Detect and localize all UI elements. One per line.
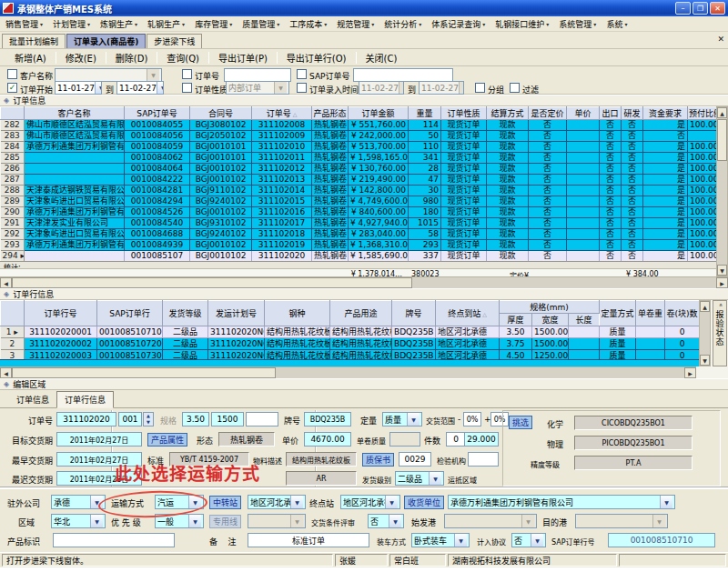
- spec-length-field[interactable]: [246, 412, 278, 426]
- chevron-down-icon[interactable]: ▼: [274, 82, 287, 94]
- document-tab-0[interactable]: 批量计划编制: [2, 34, 66, 48]
- menu-item-11[interactable]: 系统管理▾: [559, 18, 596, 30]
- agreement-select[interactable]: 否▼: [511, 533, 546, 547]
- company-select[interactable]: 承德▼: [51, 495, 106, 509]
- collapse-icon[interactable]: ◈: [4, 96, 9, 105]
- order-line-column-header[interactable]: 定量方式: [600, 301, 636, 326]
- menu-item-0[interactable]: 销售管理▾: [5, 18, 43, 30]
- scroll-right-icon[interactable]: ▶: [716, 277, 728, 288]
- expand-icon[interactable]: «: [716, 303, 723, 306]
- close-icon[interactable]: ✕: [710, 2, 725, 15]
- order-column-header[interactable]: 客户名称: [25, 107, 125, 120]
- scroll-down-icon[interactable]: ▼: [717, 265, 727, 276]
- order-column-header[interactable]: 订单号△: [252, 107, 312, 120]
- order-start-to-date[interactable]: 11-02-27▼: [116, 81, 164, 95]
- order-column-header[interactable]: 资金要求: [643, 107, 688, 120]
- order-line-column-header[interactable]: 牌号: [392, 301, 436, 326]
- menu-item-1[interactable]: 计划管理▾: [53, 18, 90, 30]
- entry-from-date[interactable]: 11-02-27▼: [359, 81, 404, 95]
- order-line-column-header[interactable]: 宽度: [532, 314, 569, 326]
- menu-item-8[interactable]: 统计分析▾: [384, 18, 421, 30]
- transfer-select[interactable]: 地区河北承德▼: [248, 495, 306, 509]
- order-column-header[interactable]: 重量: [409, 107, 441, 120]
- order-line-column-header[interactable]: [1, 301, 25, 326]
- order-no-checkbox[interactable]: [182, 69, 192, 79]
- range-minus-field[interactable]: 0%: [463, 412, 481, 426]
- menu-item-3[interactable]: 轧钢生产▾: [147, 18, 185, 30]
- total-mass-field[interactable]: 29.000: [464, 432, 499, 447]
- order-table-row[interactable]: 290承德万利通集团万利钢管有限0010084526BGJ00101023111…: [1, 207, 717, 218]
- scroll-left-icon[interactable]: ◀: [0, 367, 12, 378]
- order-table-row[interactable]: 294 ▸ 0010085107BGJ0010102311102020热轧钢卷¥…: [1, 251, 717, 262]
- order-table-row[interactable]: 285 0010084062BGJ0010101311102011热轧钢卷¥ 1…: [1, 153, 717, 164]
- scroll-thumb[interactable]: [717, 119, 727, 161]
- scroll-right-icon[interactable]: ▶: [684, 367, 696, 378]
- product-id-input[interactable]: [53, 533, 175, 547]
- chevron-down-icon[interactable]: ▼: [407, 413, 420, 426]
- chevron-down-icon[interactable]: ▼: [429, 472, 441, 485]
- order-column-header[interactable]: 研发: [622, 107, 643, 120]
- order-column-header[interactable]: 单价: [567, 107, 600, 120]
- filter-checkbox[interactable]: [510, 83, 520, 93]
- minimize-icon[interactable]: –: [675, 2, 691, 15]
- edit-section-header[interactable]: ◈ 编辑区域: [0, 378, 728, 390]
- target-date-field[interactable]: 2011年02月27日: [56, 432, 142, 447]
- order-line-section-header[interactable]: ◈ 订单行信息: [0, 288, 728, 300]
- chevron-down-icon[interactable]: ▼: [389, 515, 401, 527]
- collapse-icon[interactable]: ◈: [4, 380, 9, 388]
- document-tab-2[interactable]: 步进梁下线: [147, 34, 202, 48]
- order-seq-field[interactable]: 001: [118, 412, 142, 426]
- sap-order-checkbox[interactable]: [297, 69, 307, 79]
- tab-order-line-info[interactable]: 订单行信息: [56, 391, 114, 408]
- chevron-down-icon[interactable]: ▼: [290, 496, 303, 508]
- cert-button[interactable]: 质保书: [362, 453, 394, 467]
- terminal-select[interactable]: 地区河北承德▼: [340, 495, 400, 509]
- collapse-icon[interactable]: ◈: [4, 290, 9, 298]
- order-nature-checkbox[interactable]: [182, 83, 192, 93]
- export-order-button[interactable]: 导出订单(P): [209, 51, 277, 65]
- scroll-down-icon[interactable]: ▼: [700, 355, 710, 366]
- horizontal-scrollbar[interactable]: ◀ ▶: [0, 366, 696, 378]
- loading-select[interactable]: 卧式装车▼: [411, 533, 470, 547]
- quantify-select[interactable]: 质量▼: [382, 412, 422, 426]
- order-line-column-header[interactable]: 订单行号: [25, 301, 97, 326]
- chevron-down-icon[interactable]: ▼: [459, 82, 464, 94]
- order-line-column-header[interactable]: 发运计划号: [208, 301, 265, 326]
- receiver-select[interactable]: 承德万利通集团万利钢管有限公司▼: [448, 495, 675, 509]
- order-line-column-header[interactable]: 厚度: [500, 314, 532, 326]
- order-line-column-header[interactable]: 产品用途: [330, 301, 392, 326]
- scroll-up-icon[interactable]: ▲: [717, 107, 727, 118]
- customer-select[interactable]: ▼: [55, 68, 162, 82]
- order-table-row[interactable]: 283佛山市顺德区结泓贸易有限公0010084056BGJ20501023111…: [1, 131, 717, 142]
- order-column-header[interactable]: 出口: [600, 107, 622, 120]
- chevron-down-icon[interactable]: ▼: [399, 82, 404, 94]
- inspect-org-select-mini[interactable]: [468, 452, 499, 467]
- scroll-thumb[interactable]: [12, 367, 276, 378]
- order-table-row[interactable]: 292天津象屿进出口贸易有限公司0010084688BGJ92401023111…: [1, 229, 717, 240]
- order-table-row[interactable]: 286 0010084064BGJ0010102311102012热轧钢卷¥ 1…: [1, 164, 717, 175]
- chevron-down-icon[interactable]: ▼: [157, 82, 164, 94]
- order-line-column-header[interactable]: 单卷重: [636, 301, 665, 326]
- new-button[interactable]: 新增(A): [5, 51, 56, 65]
- tab-close-icon[interactable]: ✕: [717, 35, 724, 44]
- menu-item-12[interactable]: 系统▾: [606, 18, 627, 30]
- order-column-header[interactable]: [1, 107, 25, 120]
- chevron-down-icon[interactable]: ▼: [90, 515, 103, 527]
- order-column-header[interactable]: 是否定价: [529, 107, 567, 120]
- chevron-down-icon[interactable]: ▼: [385, 496, 398, 508]
- order-line-column-header[interactable]: 钢种: [265, 301, 330, 326]
- pieces-field[interactable]: 0: [446, 432, 466, 447]
- order-nature-select[interactable]: 内部订单▼: [226, 81, 289, 95]
- order-line-column-header[interactable]: 发货等级: [163, 301, 208, 326]
- query-button[interactable]: 查询(Q): [157, 51, 208, 65]
- order-line-table-row[interactable]: 2311102020002001008510720二级品311102020NQW…: [1, 338, 700, 350]
- pick-button[interactable]: 挑选: [509, 416, 532, 429]
- menu-item-10[interactable]: 轧钢接口维护▾: [495, 18, 549, 30]
- order-table-row[interactable]: 282佛山市顺德区结泓贸易有限公0010084055BGJ30801023111…: [1, 120, 717, 131]
- group-checkbox[interactable]: [475, 83, 485, 93]
- document-tab-1[interactable]: 订单录入(商品卷): [66, 34, 146, 48]
- order-table-row[interactable]: 289天津象屿进出口贸易有限公司0010084294BGJ92401023111…: [1, 196, 717, 207]
- side-panel-collapsed[interactable]: « 报验状态: [713, 300, 727, 366]
- order-seq-stepper[interactable]: ▲▼: [143, 412, 154, 426]
- order-line-column-header[interactable]: 长度: [569, 314, 600, 326]
